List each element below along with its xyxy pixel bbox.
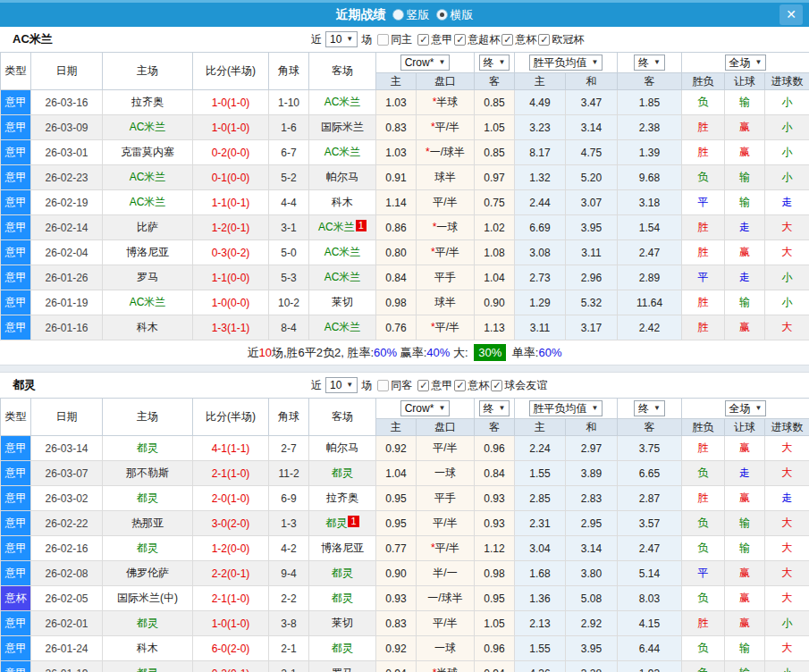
corner-cell: 6-9 bbox=[269, 486, 309, 511]
scope-select[interactable]: 全场▼ bbox=[725, 400, 767, 416]
bookmaker-select[interactable]: Crow*▼ bbox=[400, 400, 451, 416]
league-type-cell: 意甲 bbox=[1, 486, 31, 511]
date-cell: 26-01-26 bbox=[31, 265, 103, 290]
home-team-cell: AC米兰 bbox=[103, 290, 193, 315]
handicap-cell: *半球 bbox=[417, 661, 475, 672]
score-cell: 2-1(1-0) bbox=[193, 586, 269, 611]
competition-filters: ✓意甲✓意杯✓球会友谊 bbox=[416, 378, 547, 393]
odds-home-cell: 0.84 bbox=[376, 265, 417, 290]
avg-home-cell: 2.73 bbox=[515, 265, 566, 290]
avg-draw-cell: 3.95 bbox=[566, 636, 618, 661]
final-average-select[interactable]: 终▼ bbox=[634, 55, 665, 71]
handicap-cell: 平/半 bbox=[417, 190, 475, 215]
match-row: 意甲26-01-19AC米兰1-0(0-0)10-2莱切0.98球半0.901.… bbox=[1, 290, 809, 315]
odds-away-cell: 0.97 bbox=[475, 165, 515, 190]
odds-away-cell: 0.96 bbox=[475, 436, 515, 461]
final-odds-select[interactable]: 终▼ bbox=[479, 55, 510, 71]
odds-home-cell: 0.92 bbox=[376, 636, 417, 661]
handicap-result-cell: 输 bbox=[725, 511, 765, 536]
corner-cell: 4-2 bbox=[269, 536, 309, 561]
avg-away-cell: 6.44 bbox=[618, 636, 682, 661]
team-name: 科木 bbox=[137, 642, 158, 654]
handicap-cell: *半球 bbox=[417, 90, 475, 115]
match-row: 意甲26-01-26罗马1-1(0-0)5-3AC米兰0.84平手1.042.7… bbox=[1, 265, 809, 290]
handicap-cell: *一球 bbox=[417, 215, 475, 240]
team-name: 都灵 bbox=[332, 567, 353, 579]
handicap-result-cell: 走 bbox=[725, 461, 765, 486]
home-team-cell: 都灵 bbox=[103, 536, 193, 561]
section-header-torino: 都灵 近 10 ▼ 场 同客 ✓意甲✓意杯✓球会友谊 bbox=[0, 373, 809, 398]
col-header-avg-home: 主 bbox=[515, 419, 566, 436]
home-team-cell: 罗马 bbox=[103, 265, 193, 290]
scope-select[interactable]: 全场▼ bbox=[725, 55, 767, 71]
date-cell: 26-03-09 bbox=[31, 115, 103, 140]
home-team-cell: 热那亚 bbox=[103, 511, 193, 536]
recent-count-select[interactable]: 10 ▼ bbox=[325, 377, 358, 393]
corner-cell: 1-3 bbox=[269, 511, 309, 536]
col-header-home: 主场 bbox=[103, 53, 193, 90]
handicap-cell: 平手 bbox=[417, 265, 475, 290]
league-type-cell: 意甲 bbox=[1, 561, 31, 586]
close-button[interactable]: ✕ bbox=[780, 4, 803, 25]
average-odds-select[interactable]: 胜平负均值▼ bbox=[529, 400, 603, 416]
competition-checkbox[interactable]: ✓意杯 bbox=[501, 32, 536, 47]
final-average-select[interactable]: 终▼ bbox=[634, 400, 665, 416]
competition-checkbox[interactable]: ✓意杯 bbox=[454, 378, 489, 393]
date-cell: 26-02-14 bbox=[31, 215, 103, 240]
team-name: 都灵 bbox=[332, 592, 353, 604]
date-cell: 26-03-01 bbox=[31, 140, 103, 165]
recent-results-window: 近期战绩 竖版 横版 ✕ AC米兰 近 10 ▼ 场 同主 ✓ bbox=[0, 0, 809, 672]
score-cell: 4-1(1-1) bbox=[193, 436, 269, 461]
same-venue-checkbox[interactable]: 同主 bbox=[377, 32, 412, 47]
same-venue-checkbox[interactable]: 同客 bbox=[377, 378, 412, 393]
team-name: 莱切 bbox=[332, 296, 353, 308]
league-type-cell: 意甲 bbox=[1, 290, 31, 315]
competition-checkbox[interactable]: ✓意甲 bbox=[417, 32, 452, 47]
corner-cell: 8-4 bbox=[269, 315, 309, 340]
handicap-result-cell: 走 bbox=[725, 215, 765, 240]
checkbox-icon bbox=[377, 380, 389, 391]
league-type-cell: 意甲 bbox=[1, 140, 31, 165]
layout-radio-vertical[interactable]: 竖版 bbox=[392, 7, 430, 23]
match-row: 意甲26-01-19都灵0-2(0-1)2-1罗马0.94*半球0.944.36… bbox=[1, 661, 809, 672]
handicap-result-cell: 输 bbox=[725, 536, 765, 561]
handicap-result-cell: 赢 bbox=[725, 240, 765, 265]
summary-segment: 40% bbox=[426, 346, 450, 359]
avg-home-cell: 2.31 bbox=[515, 511, 566, 536]
avg-draw-cell: 3.47 bbox=[566, 90, 618, 115]
recent-count-select[interactable]: 10 ▼ bbox=[325, 31, 358, 47]
corner-cell: 3-1 bbox=[269, 215, 309, 240]
competition-checkbox[interactable]: ✓球会友谊 bbox=[491, 378, 547, 393]
home-team-cell: AC米兰 bbox=[103, 115, 193, 140]
result-cell: 胜 bbox=[682, 290, 725, 315]
avg-home-cell: 1.29 bbox=[515, 290, 566, 315]
corner-cell: 6-7 bbox=[269, 140, 309, 165]
league-type-cell: 意甲 bbox=[1, 461, 31, 486]
competition-checkbox[interactable]: ✓欧冠杯 bbox=[538, 32, 584, 47]
score-cell: 0-2(0-0) bbox=[193, 140, 269, 165]
summary-row: 近10场,胜6平2负2, 胜率:60% 赢率:40% 大: 30% 单率:60% bbox=[0, 340, 809, 365]
corner-cell: 2-1 bbox=[269, 636, 309, 661]
avg-draw-cell: 3.28 bbox=[566, 661, 618, 672]
odds-home-cell: 0.90 bbox=[376, 561, 417, 586]
avg-home-cell: 1.36 bbox=[515, 586, 566, 611]
avg-away-cell: 2.47 bbox=[618, 240, 682, 265]
odds-away-cell: 0.90 bbox=[475, 290, 515, 315]
date-cell: 26-02-19 bbox=[31, 190, 103, 215]
team-title: 都灵 bbox=[13, 373, 36, 398]
competition-checkbox[interactable]: ✓意超杯 bbox=[454, 32, 500, 47]
away-team-cell: 都灵 bbox=[309, 461, 376, 486]
away-team-cell: 帕尔马 bbox=[309, 436, 376, 461]
competition-checkbox[interactable]: ✓意甲 bbox=[417, 378, 452, 393]
team-name: 帕尔马 bbox=[326, 441, 358, 454]
bookmaker-select[interactable]: Crow*▼ bbox=[400, 55, 451, 71]
final-odds-select[interactable]: 终▼ bbox=[479, 400, 510, 416]
layout-radio-horizontal[interactable]: 横版 bbox=[436, 7, 474, 23]
goals-cell: 大 bbox=[765, 511, 809, 536]
avg-draw-cell: 3.14 bbox=[566, 536, 618, 561]
handicap-result-cell: 赢 bbox=[725, 611, 765, 636]
favorite-star-mark: * bbox=[433, 96, 437, 108]
average-odds-select[interactable]: 胜平负均值▼ bbox=[529, 55, 603, 71]
date-cell: 26-03-02 bbox=[31, 486, 103, 511]
avg-away-cell: 2.38 bbox=[618, 115, 682, 140]
